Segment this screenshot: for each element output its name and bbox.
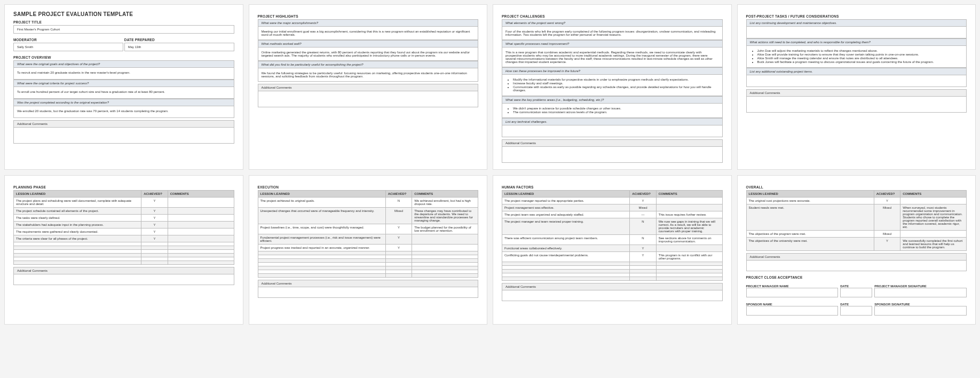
- lesson-cell[interactable]: [502, 262, 630, 266]
- achieved-cell[interactable]: [385, 255, 412, 259]
- answer-body[interactable]: We didn't prepare in advance for possibl…: [502, 104, 723, 118]
- comments-cell[interactable]: [900, 198, 967, 204]
- achieved-cell[interactable]: [630, 262, 657, 266]
- field-sp-name[interactable]: [746, 306, 839, 316]
- field-pm-date[interactable]: [840, 288, 872, 297]
- comments-cell[interactable]: We successfully completed the first coho…: [900, 238, 967, 251]
- answer-body[interactable]: Online marketing generated the greatest …: [258, 48, 479, 61]
- achieved-cell[interactable]: [141, 257, 168, 261]
- achieved-cell[interactable]: [141, 246, 168, 250]
- comments-cell[interactable]: [412, 259, 478, 263]
- comments-cell[interactable]: When surveyed, most students recommended…: [900, 204, 967, 231]
- achieved-cell[interactable]: Y: [630, 198, 657, 204]
- achieved-cell[interactable]: N: [385, 198, 412, 208]
- comments-cell[interactable]: [168, 257, 234, 261]
- lesson-cell[interactable]: Functional areas collaborated effectivel…: [502, 245, 630, 252]
- field-moderator[interactable]: Sally Smith: [13, 43, 123, 51]
- lesson-cell[interactable]: The project schedule contained all eleme…: [14, 208, 141, 215]
- achieved-cell[interactable]: [630, 273, 657, 277]
- achieved-cell[interactable]: [385, 274, 412, 278]
- lesson-cell[interactable]: [502, 277, 630, 281]
- lesson-cell[interactable]: The criteria were clear for all phases o…: [14, 235, 141, 242]
- answer-body[interactable]: [746, 75, 967, 87]
- lesson-cell[interactable]: The project manager reported to the appr…: [502, 198, 630, 204]
- comments-cell[interactable]: This issue requires further review.: [656, 211, 722, 218]
- achieved-cell[interactable]: Mixed: [630, 204, 657, 211]
- achieved-cell[interactable]: Y: [385, 224, 412, 234]
- achieved-cell[interactable]: [141, 261, 168, 265]
- comments-cell[interactable]: [168, 235, 234, 242]
- lesson-cell[interactable]: [258, 263, 385, 266]
- achieved-cell[interactable]: Y: [385, 234, 412, 245]
- lesson-cell[interactable]: Fundamental project management processes…: [258, 234, 385, 245]
- achieved-cell[interactable]: Y: [630, 252, 657, 262]
- lesson-cell[interactable]: Unexpected changes that occurred were of…: [258, 208, 385, 224]
- comments-cell[interactable]: [412, 266, 478, 270]
- comments-cell[interactable]: [168, 242, 234, 246]
- achieved-cell[interactable]: Y: [630, 245, 657, 252]
- lesson-cell[interactable]: The objectives of the program were met.: [746, 231, 874, 238]
- achieved-cell[interactable]: [630, 266, 657, 270]
- lesson-cell[interactable]: Conflicting goals did not cause interdep…: [502, 252, 630, 262]
- comments-cell[interactable]: [168, 261, 234, 265]
- field-pm-name[interactable]: [746, 288, 839, 297]
- comments-cell[interactable]: [168, 250, 234, 254]
- lesson-cell[interactable]: [502, 273, 630, 277]
- answer-body[interactable]: [502, 125, 723, 137]
- comments-cell[interactable]: [656, 270, 722, 273]
- comments-cell[interactable]: [656, 198, 722, 204]
- comments-cell[interactable]: [412, 234, 478, 245]
- comments-cell[interactable]: [656, 277, 722, 281]
- achieved-cell[interactable]: [385, 270, 412, 274]
- achieved-cell[interactable]: [630, 270, 657, 273]
- lesson-cell[interactable]: The tasks were clearly defined.: [14, 215, 141, 222]
- comments-cell[interactable]: [412, 274, 478, 278]
- achieved-cell[interactable]: Mixed: [874, 231, 900, 238]
- addl-comments-box[interactable]: [13, 128, 234, 144]
- lesson-cell[interactable]: [258, 251, 385, 255]
- lesson-cell[interactable]: The project manager and team received pr…: [502, 218, 630, 235]
- comments-cell[interactable]: [656, 266, 722, 270]
- lesson-cell[interactable]: Project progress was tracked and reporte…: [258, 245, 385, 251]
- answer-body[interactable]: We found the following strategies to be …: [258, 68, 479, 82]
- comments-cell[interactable]: [168, 229, 234, 235]
- achieved-cell[interactable]: —: [630, 211, 657, 218]
- achieved-cell[interactable]: Y: [141, 198, 168, 208]
- achieved-cell[interactable]: [385, 251, 412, 255]
- lesson-cell[interactable]: [14, 254, 141, 257]
- comments-cell[interactable]: [168, 254, 234, 257]
- comments-cell[interactable]: [412, 251, 478, 255]
- comments-cell[interactable]: [168, 215, 234, 222]
- lesson-cell[interactable]: [502, 266, 630, 270]
- achieved-cell[interactable]: [385, 263, 412, 266]
- comments-cell[interactable]: [168, 246, 234, 250]
- lesson-cell[interactable]: [14, 261, 141, 265]
- addl-comments-box-4[interactable]: [746, 97, 967, 113]
- comments-cell[interactable]: The budget planned for the possibility o…: [412, 224, 478, 234]
- achieved-cell[interactable]: [141, 242, 168, 246]
- lesson-cell[interactable]: The project achieved its original goals.: [258, 198, 385, 208]
- comments-cell[interactable]: See sections above for comments on impro…: [656, 235, 722, 245]
- lesson-cell[interactable]: The stakeholders had adequate input in t…: [14, 222, 141, 229]
- lesson-cell[interactable]: Student needs were met.: [746, 204, 874, 231]
- addl-comments-box-7[interactable]: [502, 290, 723, 301]
- comments-cell[interactable]: [656, 204, 722, 211]
- achieved-cell[interactable]: N: [630, 218, 657, 235]
- achieved-cell[interactable]: Y: [141, 229, 168, 235]
- lesson-cell[interactable]: The requirements were gathered and clear…: [14, 229, 141, 235]
- achieved-cell[interactable]: Y: [141, 222, 168, 229]
- answer-body[interactable]: John Doe will adjust the marketing mater…: [746, 46, 967, 68]
- comments-cell[interactable]: [412, 255, 478, 259]
- answer-body[interactable]: This is a new program that combines acad…: [502, 48, 723, 67]
- achieved-cell[interactable]: Y: [141, 215, 168, 222]
- addl-comments-box-8[interactable]: [746, 261, 967, 271]
- comments-cell[interactable]: [168, 208, 234, 215]
- field-sp-sig[interactable]: [874, 306, 967, 316]
- addl-comments-box-5[interactable]: [13, 274, 234, 285]
- achieved-cell[interactable]: Mixed: [874, 204, 900, 231]
- lesson-cell[interactable]: [258, 274, 385, 278]
- answer-body[interactable]: We enrolled 20 students, but the graduat…: [13, 106, 234, 118]
- comments-cell[interactable]: [656, 273, 722, 277]
- addl-comments-box-3[interactable]: [502, 147, 723, 163]
- achieved-cell[interactable]: Y: [141, 208, 168, 215]
